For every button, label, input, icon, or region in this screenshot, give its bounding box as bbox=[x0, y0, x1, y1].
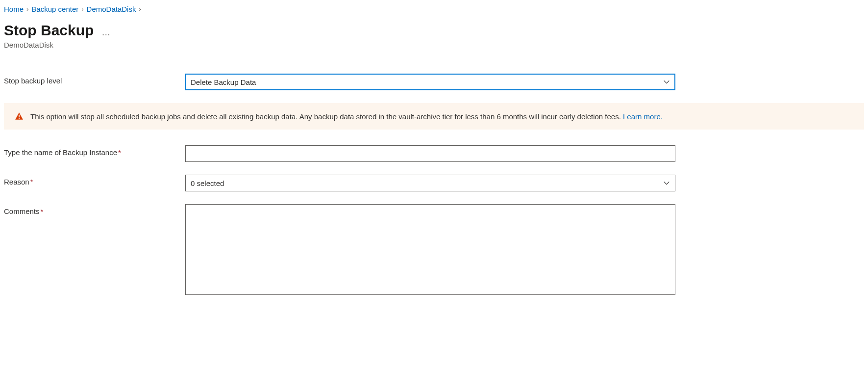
required-marker: * bbox=[30, 178, 33, 186]
warning-text-container: This option will stop all scheduled back… bbox=[30, 112, 663, 121]
warning-banner: This option will stop all scheduled back… bbox=[4, 103, 864, 130]
comments-row: Comments* bbox=[4, 204, 864, 296]
stop-backup-level-label: Stop backup level bbox=[4, 74, 185, 85]
warning-icon bbox=[15, 112, 24, 121]
chevron-down-icon bbox=[663, 79, 670, 85]
comments-label: Comments* bbox=[4, 204, 185, 215]
page-title: Stop Backup bbox=[4, 22, 94, 39]
stop-backup-level-select[interactable]: Delete Backup Data bbox=[185, 74, 675, 90]
stop-backup-level-value: Delete Backup Data bbox=[191, 78, 256, 86]
breadcrumb-item[interactable]: DemoDataDisk bbox=[87, 5, 136, 13]
required-marker: * bbox=[118, 148, 121, 157]
chevron-right-icon: › bbox=[81, 5, 83, 13]
breadcrumb: Home › Backup center › DemoDataDisk › bbox=[4, 5, 864, 13]
learn-more-link[interactable]: Learn more. bbox=[623, 112, 663, 121]
reason-label: Reason* bbox=[4, 175, 185, 186]
backup-instance-name-label: Type the name of Backup Instance* bbox=[4, 145, 185, 157]
backup-instance-name-input[interactable] bbox=[185, 145, 675, 162]
page-subtitle: DemoDataDisk bbox=[4, 41, 864, 49]
chevron-down-icon bbox=[663, 180, 670, 186]
breadcrumb-backup-center[interactable]: Backup center bbox=[31, 5, 78, 13]
page-header: Stop Backup … bbox=[4, 22, 864, 39]
svg-rect-0 bbox=[19, 115, 20, 118]
more-icon[interactable]: … bbox=[101, 24, 111, 38]
breadcrumb-home[interactable]: Home bbox=[4, 5, 24, 13]
reason-select[interactable]: 0 selected bbox=[185, 175, 675, 191]
reason-value: 0 selected bbox=[191, 179, 224, 187]
backup-instance-name-row: Type the name of Backup Instance* bbox=[4, 145, 864, 162]
comments-textarea[interactable] bbox=[185, 204, 675, 295]
required-marker: * bbox=[41, 207, 44, 215]
chevron-right-icon: › bbox=[139, 5, 141, 13]
chevron-right-icon: › bbox=[26, 5, 28, 13]
reason-row: Reason* 0 selected bbox=[4, 175, 864, 191]
warning-text: This option will stop all scheduled back… bbox=[30, 112, 623, 121]
stop-backup-level-row: Stop backup level Delete Backup Data bbox=[4, 74, 864, 90]
svg-rect-1 bbox=[19, 118, 20, 119]
